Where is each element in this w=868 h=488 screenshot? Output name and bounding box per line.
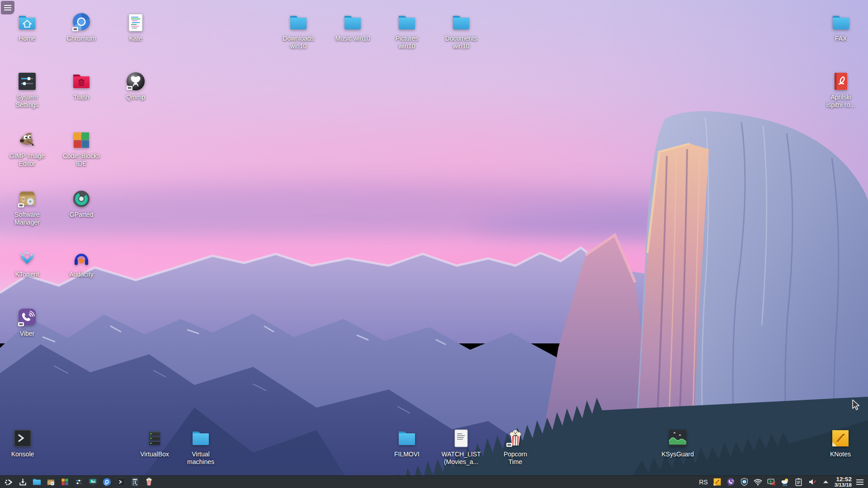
taskbar-launcher-popcorn-time[interactable] [143,476,155,488]
taskbar-launcher-konsole[interactable] [115,476,127,488]
folder-icon [190,427,212,449]
desktop-icon-label: Music win10 [335,35,370,42]
desktop-icon-documents-win10[interactable]: Documents win10 [434,12,488,50]
desktop-icon-label: GParted [70,211,93,219]
tray-weather[interactable] [780,477,790,487]
desktop-icon-label: Kate [129,35,142,42]
desktop-icon-virtual-machines[interactable]: Virtual machines [174,427,228,466]
desktop-icon-kate[interactable]: Kate [108,12,163,42]
folder-icon [830,12,852,33]
desktop-icon-filmovi[interactable]: FILMOVI [380,427,434,458]
tray-clipboard[interactable] [794,477,804,487]
desktop-icon-konsole[interactable]: Konsole [0,427,50,458]
desktop-icon-gparted[interactable]: GParted [54,188,108,219]
desktop-icon-ktorrent[interactable]: KTorrent [0,248,54,278]
keyboard-layout-indicator[interactable]: RS [698,479,708,486]
kickoff-menu-icon [4,477,14,487]
digital-clock[interactable]: 12:52 3/13/18 [835,477,852,488]
taskbar-launcher-calculator[interactable] [129,476,141,488]
desktop-icon-label: FAX [835,35,847,42]
taskbar-launcher-software-manager[interactable] [45,476,57,488]
desktop-icon-label: Virtual machines [187,450,214,466]
desktop-icon-label: Code::Blocks IDE [63,152,100,168]
desktop-icon-watch-list[interactable]: WATCH_LIST (Movies_a... [434,427,488,466]
folder-icon [396,12,418,33]
desktop-icon-label: Software Manager [14,211,39,226]
caret-up-icon [821,477,830,487]
desktop-icon-label: WATCH_LIST (Movies_a... [441,450,481,466]
desktop-icon-software-manager[interactable]: Software Manager [0,188,54,226]
calculator-icon [130,477,140,487]
desktop-icon-aprilski-pdf[interactable]: Aprilski ispitni ro... [814,70,868,109]
desktop-icon-codeblocks[interactable]: Code::Blocks IDE [54,129,108,168]
desktop-icon-label: System Settings [16,94,39,109]
system-monitor-icon [667,427,689,449]
taskbar-launcher-downloads[interactable] [17,476,29,488]
shield-info-icon [740,477,749,487]
desktop-icon-label: Audacity [69,271,94,278]
taskbar-launcher-system-settings[interactable] [73,476,85,488]
clock-time: 12:52 [835,477,852,482]
text-editor-icon [125,12,146,33]
desktop-icon-label: Downloads win10 [283,35,314,50]
ktorrent-arrow-icon [16,248,38,269]
codeblocks-icon [71,129,92,151]
taskbar-launcher-codeblocks[interactable] [59,476,71,488]
audacity-headphones-icon [71,248,92,269]
desktop-icon-audacity[interactable]: Audacity [54,248,108,278]
desktop-icon-label: Aprilski ispitni ro... [826,94,855,109]
qmmp-sphere-icon [125,70,146,92]
desktop-icon-downloads-win10[interactable]: Downloads win10 [271,12,326,50]
taskbar-launcher-chromium[interactable] [101,476,113,488]
desktop-icon-fax[interactable]: FAX [814,12,868,42]
desktop-icon-home[interactable]: Home [0,12,54,42]
panel-toolbox-button[interactable] [855,479,864,486]
tray-wifi[interactable] [753,477,763,487]
download-arrow-icon [18,477,28,487]
desktop-icon-pictures-win10[interactable]: Pictures win10 [380,12,434,50]
taskbar-launcher-file-manager[interactable] [31,476,43,488]
tray-expand-arrow[interactable] [821,477,831,487]
note-pencil-icon [712,477,722,487]
folder-home-icon [16,12,38,33]
desktop-icon-label: KSysGuard [661,450,694,458]
system-tray: RS [698,477,866,488]
desktop-icon-label: Viber [20,330,34,338]
tray-volume[interactable] [807,477,817,487]
desktop-icon-qmmp[interactable]: Qmmp [108,70,163,101]
desktop-icon-music-win10[interactable]: Music win10 [326,12,380,42]
desktop-icon-label: GIMP Image Editor [9,152,45,168]
desktop-icon-system-settings[interactable]: System Settings [0,70,54,109]
software-box-icon [16,188,38,210]
app-launcher-button[interactable] [3,476,15,488]
desktop-icon-label: FILMOVI [394,450,420,458]
gimp-wilber-icon [16,129,38,151]
desktop-icon-label: KNotes [830,450,851,458]
tray-update-shield[interactable] [740,477,750,487]
chromium-icon [71,12,92,33]
desktop-icon-label: Documents win10 [445,35,477,50]
tray-viber[interactable] [726,477,736,487]
desktop-icon-chromium[interactable]: Chromium [54,12,108,42]
tray-knotes[interactable] [712,477,722,487]
desktop-icon-label: Konsole [11,450,34,458]
folder-icon [288,12,309,33]
desktop-icon-trash[interactable]: Trash [54,70,108,101]
desktop-icon-viber[interactable]: Viber [0,307,54,338]
taskbar-launcher-display-settings[interactable] [87,476,99,488]
virtualbox-stack-icon [144,427,165,449]
desktop-icon-label: VirtualBox [140,450,169,458]
desktop-icon-knotes[interactable]: KNotes [813,427,868,458]
desktop-icon-popcorn-time[interactable]: Popcorn Time [488,427,542,466]
note-pencil-icon [830,427,851,449]
settings-sliders-icon [16,70,38,92]
desktop-icon-gimp[interactable]: GIMP Image Editor [0,129,54,168]
desktop-icon-label: Qmmp [126,94,145,101]
desktop: Home Chromium Kate Downloads win10 Music… [0,0,868,488]
volume-muted-icon [807,477,817,487]
settings-sliders-icon [74,477,84,487]
viber-icon [16,307,38,328]
tray-remote-display[interactable] [767,477,777,487]
desktop-icon-ksysguard[interactable]: KSysGuard [651,427,705,458]
document-icon [450,427,472,449]
